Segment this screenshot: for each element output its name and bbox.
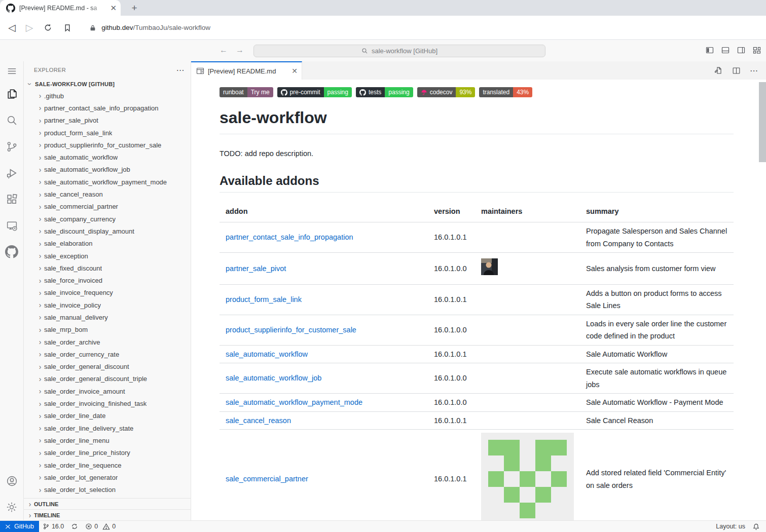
- tree-item[interactable]: ›sale_order_general_discount: [24, 361, 191, 373]
- tree-item[interactable]: ›sale_automatic_workflow_payment_mode: [24, 176, 191, 188]
- lock-icon[interactable]: [89, 24, 96, 31]
- tree-item[interactable]: ›product_form_sale_link: [24, 127, 191, 139]
- tree-item[interactable]: ›sale_order_archive: [24, 336, 191, 348]
- tree-item[interactable]: ›.github: [24, 90, 191, 102]
- tree-item[interactable]: ›sale_invoice_frequency: [24, 287, 191, 299]
- maintainers-cell: [475, 315, 580, 345]
- toggle-primary-sidebar-icon[interactable]: [706, 46, 714, 54]
- tree-item[interactable]: ›sale_automatic_workflow: [24, 151, 191, 163]
- tree-item[interactable]: ›sale_manual_delivery: [24, 311, 191, 323]
- table-row: sale_cancel_reason16.0.1.0.1Sale Cancel …: [220, 411, 734, 430]
- addon-link[interactable]: sale_cancel_reason: [226, 416, 291, 425]
- tree-item[interactable]: ›sale_automatic_workflow_job: [24, 164, 191, 176]
- bookmark-icon[interactable]: [63, 23, 72, 32]
- addon-cell: sale_cancel_reason: [220, 411, 428, 430]
- settings-gear-icon[interactable]: [0, 494, 24, 520]
- editor-scrollbar[interactable]: [759, 82, 766, 162]
- panel-timeline[interactable]: ›TIMELINE: [24, 509, 191, 520]
- search-icon[interactable]: [0, 107, 24, 133]
- tree-item[interactable]: ›sale_mrp_bom: [24, 324, 191, 336]
- remote-explorer-icon[interactable]: [0, 212, 24, 239]
- url-text[interactable]: github.dev/TumbaoJu/sale-workflow: [101, 24, 210, 31]
- tree-item[interactable]: ›partner_contact_sale_info_propagation: [24, 102, 191, 114]
- tree-item[interactable]: ›sale_force_invoiced: [24, 274, 191, 286]
- open-source-file-icon[interactable]: [713, 66, 723, 75]
- toggle-panel-icon[interactable]: [721, 46, 729, 54]
- chevron-right-icon: ›: [36, 92, 44, 100]
- browser-tab[interactable]: [Preview] README.md - sa ✕: [0, 0, 121, 16]
- badge-translated[interactable]: translated43%: [479, 87, 532, 97]
- close-icon[interactable]: ✕: [291, 67, 298, 75]
- badge-runboat[interactable]: runboatTry me: [220, 87, 273, 97]
- tree-item[interactable]: ›sale_order_lot_selection: [24, 484, 191, 496]
- tree-item[interactable]: ›sale_order_line_menu: [24, 434, 191, 446]
- tree-item[interactable]: ›sale_cancel_reason: [24, 188, 191, 200]
- tree-item[interactable]: ›sale_invoice_policy: [24, 299, 191, 311]
- tree-item[interactable]: ›sale_order_lot_generator: [24, 471, 191, 483]
- addon-link[interactable]: sale_automatic_workflow: [226, 350, 308, 358]
- tree-item[interactable]: ›sale_order_invoicing_finished_task: [24, 397, 191, 409]
- tree-item-label: sale_order_general_discount: [44, 363, 129, 370]
- tab-close-icon[interactable]: ✕: [110, 4, 117, 12]
- branch-status-item[interactable]: 16.0: [39, 523, 67, 530]
- tree-item[interactable]: ›sale_order_invoice_amount: [24, 385, 191, 397]
- addon-link[interactable]: sale_automatic_workflow_payment_mode: [226, 398, 362, 406]
- tree-item[interactable]: ›sale_exception: [24, 250, 191, 262]
- tree-item[interactable]: ›sale_order_line_date: [24, 410, 191, 422]
- reload-icon[interactable]: [43, 23, 53, 32]
- new-tab-button[interactable]: +: [128, 2, 141, 15]
- tree-item[interactable]: ›sale_order_currency_rate: [24, 348, 191, 360]
- badge-tests[interactable]: testspassing: [356, 87, 413, 97]
- run-debug-icon[interactable]: [0, 160, 24, 186]
- tree-item[interactable]: ›sale_elaboration: [24, 238, 191, 250]
- more-actions-icon[interactable]: ⋯: [750, 66, 758, 75]
- source-control-icon[interactable]: [0, 133, 24, 160]
- tree-item[interactable]: ›sale_commercial_partner: [24, 201, 191, 213]
- history-forward-icon[interactable]: →: [236, 46, 244, 55]
- workspace-section-header[interactable]: › SALE-WORKFLOW [GITHUB]: [24, 79, 191, 90]
- history-back-icon[interactable]: ←: [220, 46, 228, 55]
- chevron-right-icon: ›: [36, 178, 44, 186]
- tree-item-label: sale_order_general_discount_triple: [44, 375, 147, 383]
- account-icon[interactable]: [0, 468, 24, 494]
- addon-link[interactable]: partner_contact_sale_info_propagation: [226, 233, 353, 241]
- tree-item[interactable]: ›partner_sale_pivot: [24, 115, 191, 127]
- git-branch-icon: [43, 523, 50, 530]
- tree-item[interactable]: ›sale_discount_display_amount: [24, 225, 191, 237]
- maintainer-avatar[interactable]: [481, 258, 498, 275]
- tree-item[interactable]: ›product_supplierinfo_for_customer_sale: [24, 139, 191, 151]
- tree-item[interactable]: ›sale_order_line_sequence: [24, 459, 191, 471]
- command-center-search[interactable]: sale-workflow [GitHub]: [253, 45, 545, 57]
- split-editor-icon[interactable]: [732, 66, 741, 75]
- tree-item[interactable]: ›sale_order_general_discount_triple: [24, 373, 191, 385]
- tree-item[interactable]: ›sale_order_line_price_history: [24, 447, 191, 459]
- tree-item[interactable]: ›sale_company_currency: [24, 213, 191, 225]
- notifications-bell-icon[interactable]: [752, 523, 760, 530]
- addon-link[interactable]: product_supplierinfo_for_customer_sale: [226, 326, 356, 334]
- toggle-secondary-sidebar-icon[interactable]: [737, 46, 745, 54]
- extensions-icon[interactable]: [0, 186, 24, 212]
- sync-status-item[interactable]: [67, 523, 82, 530]
- tree-item[interactable]: ›sale_order_line_delivery_state: [24, 422, 191, 434]
- explorer-files-icon[interactable]: [0, 81, 24, 107]
- github-pull-requests-icon[interactable]: [0, 239, 24, 265]
- addon-link[interactable]: sale_commercial_partner: [226, 475, 308, 483]
- maintainer-identicon[interactable]: [481, 433, 574, 520]
- explorer-more-actions-icon[interactable]: ⋯: [176, 65, 185, 75]
- forward-icon[interactable]: ▷: [26, 22, 33, 33]
- remote-indicator[interactable]: GitHub: [0, 521, 39, 532]
- badge-pre-commit[interactable]: pre-commitpassing: [277, 87, 352, 97]
- customize-layout-icon[interactable]: [753, 46, 761, 54]
- tree-item[interactable]: ›sale_fixed_discount: [24, 262, 191, 274]
- badge-codecov[interactable]: codecov93%: [417, 87, 476, 97]
- addon-link[interactable]: sale_automatic_workflow_job: [226, 374, 321, 382]
- url-domain: github.dev: [101, 24, 133, 31]
- back-icon[interactable]: ◁: [8, 22, 16, 33]
- keyboard-layout[interactable]: Layout: us: [716, 523, 745, 530]
- problems-status-item[interactable]: 0 0: [82, 523, 119, 530]
- editor-tab-preview-readme[interactable]: [Preview] README.md ✕: [191, 61, 302, 80]
- addon-link[interactable]: product_form_sale_link: [226, 295, 302, 303]
- menu-icon[interactable]: [0, 61, 24, 81]
- panel-outline[interactable]: ›OUTLINE: [24, 498, 191, 509]
- addon-link[interactable]: partner_sale_pivot: [226, 264, 286, 273]
